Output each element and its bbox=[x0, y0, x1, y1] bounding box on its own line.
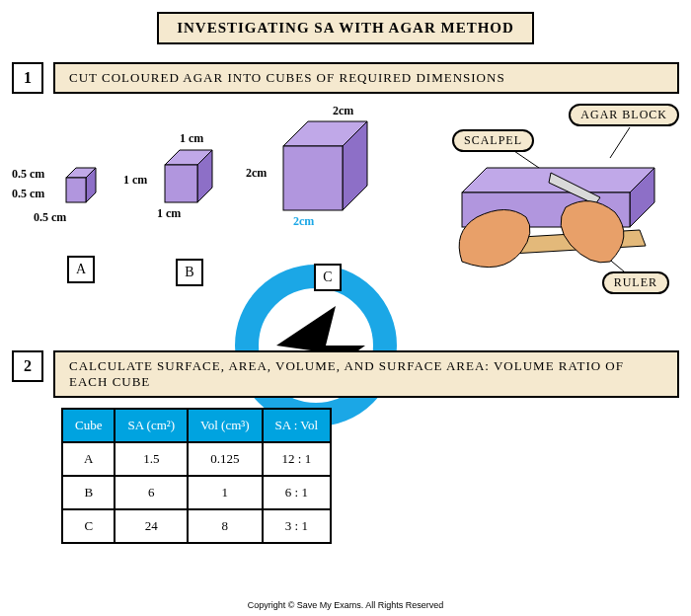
cube-b-dim-3: 1 cm bbox=[157, 206, 181, 221]
cube-a-dim-2: 0.5 cm bbox=[12, 187, 44, 201]
cube-c: 2cm 2cm 2cm C bbox=[264, 112, 392, 291]
cubes-illustration: 0.5 cm 0.5 cm 0.5 cm A 1 cm 1 cm 1 cm B … bbox=[12, 104, 679, 350]
cube-c-icon bbox=[269, 112, 387, 230]
cube-c-dim-3: 2cm bbox=[293, 214, 314, 229]
th-ratio: SA : Vol bbox=[263, 409, 332, 442]
th-sa: SA (cm²) bbox=[115, 409, 188, 442]
cube-b-dim-1: 1 cm bbox=[180, 131, 203, 146]
cell: 12 : 1 bbox=[263, 442, 332, 476]
cell: 6 : 1 bbox=[263, 476, 332, 509]
cell: 8 bbox=[188, 509, 263, 543]
th-cube: Cube bbox=[62, 409, 115, 442]
cube-a-icon bbox=[56, 163, 106, 212]
cube-b-label: B bbox=[176, 259, 203, 286]
table-header-row: Cube SA (cm²) Vol (cm³) SA : Vol bbox=[62, 409, 331, 442]
cell: 24 bbox=[115, 509, 188, 543]
step-number-1: 1 bbox=[12, 62, 43, 94]
cell: 6 bbox=[115, 476, 188, 509]
tag-ruler: RULER bbox=[602, 271, 669, 294]
cube-a-label: A bbox=[67, 256, 95, 283]
table-row: B 6 1 6 : 1 bbox=[62, 476, 331, 509]
table-row: C 24 8 3 : 1 bbox=[62, 509, 331, 543]
cube-a-dim-1: 0.5 cm bbox=[12, 167, 44, 182]
step-text-1: CUT COLOURED AGAR INTO CUBES OF REQUIRED… bbox=[53, 62, 679, 94]
cell: 1 bbox=[188, 476, 263, 509]
th-vol: Vol (cm³) bbox=[188, 409, 263, 442]
cell: 0.125 bbox=[188, 442, 263, 476]
svg-rect-10 bbox=[283, 146, 343, 210]
step-1: 1 CUT COLOURED AGAR INTO CUBES OF REQUIR… bbox=[12, 62, 679, 94]
cube-c-dim-1: 2cm bbox=[333, 104, 353, 118]
cube-b: 1 cm 1 cm 1 cm B bbox=[145, 143, 234, 286]
table-row: A 1.5 0.125 12 : 1 bbox=[62, 442, 331, 476]
cell: A bbox=[62, 442, 115, 476]
svg-rect-7 bbox=[165, 165, 197, 202]
cube-c-dim-2: 2cm bbox=[246, 166, 267, 181]
cell: 1.5 bbox=[115, 442, 188, 476]
cube-a: 0.5 cm 0.5 cm 0.5 cm A bbox=[41, 163, 120, 283]
cell: 3 : 1 bbox=[263, 509, 332, 543]
tag-scalpel: SCALPEL bbox=[452, 129, 534, 152]
cutting-illustration: SCALPEL AGAR BLOCK RULER bbox=[403, 104, 679, 321]
svg-rect-4 bbox=[66, 178, 86, 202]
cube-c-label: C bbox=[314, 264, 342, 291]
step-2: 2 CALCULATE SURFACE, AREA, VOLUME, AND S… bbox=[12, 350, 679, 398]
copyright-text: Copyright © Save My Exams. All Rights Re… bbox=[0, 600, 691, 610]
cube-a-dim-3: 0.5 cm bbox=[34, 210, 66, 225]
cube-b-dim-2: 1 cm bbox=[123, 173, 147, 188]
sa-vol-table: Cube SA (cm²) Vol (cm³) SA : Vol A 1.5 0… bbox=[61, 408, 332, 544]
svg-line-12 bbox=[610, 127, 630, 158]
tag-agar-block: AGAR BLOCK bbox=[569, 104, 679, 126]
cell: C bbox=[62, 509, 115, 543]
step-number-2: 2 bbox=[12, 350, 43, 382]
step-text-2: CALCULATE SURFACE, AREA, VOLUME, AND SUR… bbox=[53, 350, 679, 398]
cell: B bbox=[62, 476, 115, 509]
page-title: INVESTIGATING SA WITH AGAR METHOD bbox=[157, 12, 534, 44]
